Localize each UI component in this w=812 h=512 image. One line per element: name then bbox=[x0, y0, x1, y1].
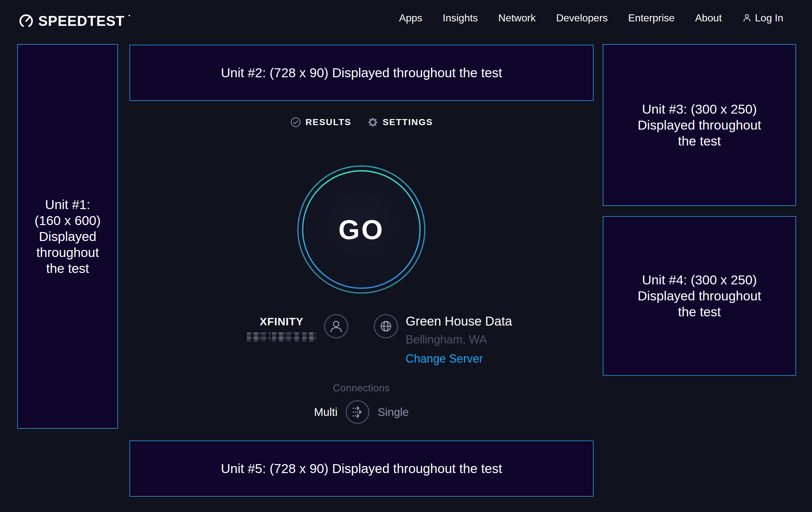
ad-unit-line: (160 x 600) bbox=[34, 213, 100, 228]
trademark-dot bbox=[128, 15, 130, 16]
ad-unit-4[interactable]: Unit #4: (300 x 250) Displayed throughou… bbox=[603, 216, 796, 376]
speedtest-page: SPEEDTEST Apps Insights Network Develope… bbox=[0, 0, 812, 512]
server-block: Green House Data Bellingham, WA Change S… bbox=[373, 314, 512, 366]
globe-icon bbox=[373, 314, 399, 339]
tab-results[interactable]: RESULTS bbox=[290, 117, 351, 128]
speedometer-icon bbox=[18, 13, 34, 29]
ad-unit-line: throughout bbox=[36, 244, 99, 261]
connections-toggle-icon[interactable] bbox=[345, 400, 370, 425]
ad-unit-line: Displayed bbox=[39, 228, 96, 244]
ad-unit-line: Unit #3: (300 x 250) bbox=[642, 101, 757, 117]
tab-settings-label: SETTINGS bbox=[383, 117, 433, 127]
check-circle-icon bbox=[290, 117, 301, 128]
connection-option-multi[interactable]: Multi bbox=[314, 406, 338, 419]
change-server-link[interactable]: Change Server bbox=[406, 352, 512, 366]
isp-block: XFINITY bbox=[246, 314, 349, 342]
connections-section: Connections Multi Single bbox=[302, 382, 420, 425]
ad-unit-line: the test bbox=[678, 133, 721, 149]
nav-item-developers[interactable]: Developers bbox=[556, 12, 608, 24]
ad-unit-1[interactable]: Unit #1: (160 x 600) Displayed throughou… bbox=[17, 44, 118, 429]
speedtest-logo[interactable]: SPEEDTEST bbox=[18, 13, 130, 29]
ad-unit-line: Unit #1: bbox=[45, 197, 90, 213]
view-tabs: RESULTS SETTING bbox=[129, 117, 593, 128]
ad-unit-text: Unit #2: (728 x 90) Displayed throughout… bbox=[221, 65, 502, 81]
nav-item-apps[interactable]: Apps bbox=[399, 12, 422, 24]
ad-unit-line: Unit #4: (300 x 250) bbox=[642, 272, 757, 288]
user-icon bbox=[742, 13, 752, 23]
tab-settings[interactable]: SETTINGS bbox=[368, 117, 433, 128]
go-button[interactable]: GO bbox=[292, 161, 430, 298]
login-label: Log In bbox=[755, 12, 783, 24]
server-name: Green House Data bbox=[406, 314, 512, 328]
server-location: Bellingham, WA bbox=[406, 333, 512, 346]
nav-item-about[interactable]: About bbox=[695, 12, 722, 24]
ad-unit-line: Displayed throughout bbox=[638, 117, 761, 133]
isp-name: XFINITY bbox=[260, 315, 303, 328]
ad-unit-line: the test bbox=[678, 304, 721, 320]
nav-item-enterprise[interactable]: Enterprise bbox=[628, 12, 675, 24]
nav-item-network[interactable]: Network bbox=[498, 12, 535, 24]
ad-unit-text: Unit #5: (728 x 90) Displayed throughout… bbox=[221, 461, 502, 477]
ad-unit-line: Displayed throughout bbox=[638, 288, 761, 304]
tab-results-label: RESULTS bbox=[306, 117, 351, 127]
top-nav-bar: SPEEDTEST Apps Insights Network Develope… bbox=[0, 0, 812, 36]
brand-name: SPEEDTEST bbox=[38, 13, 125, 29]
ad-unit-2[interactable]: Unit #2: (728 x 90) Displayed throughout… bbox=[129, 45, 593, 101]
ad-unit-line: the test bbox=[46, 261, 89, 276]
redacted-ip bbox=[247, 332, 316, 342]
ad-unit-3[interactable]: Unit #3: (300 x 250) Displayed throughou… bbox=[603, 44, 796, 206]
connection-option-single[interactable]: Single bbox=[378, 406, 409, 419]
ad-unit-5[interactable]: Unit #5: (728 x 90) Displayed throughout… bbox=[129, 440, 593, 497]
gear-icon bbox=[368, 117, 378, 128]
go-label: GO bbox=[292, 161, 430, 298]
person-circle-icon bbox=[323, 314, 349, 339]
nav-item-insights[interactable]: Insights bbox=[443, 12, 478, 24]
main-nav: Apps Insights Network Developers Enterpr… bbox=[399, 0, 783, 36]
connections-label: Connections bbox=[302, 382, 420, 394]
login-button[interactable]: Log In bbox=[742, 12, 783, 24]
